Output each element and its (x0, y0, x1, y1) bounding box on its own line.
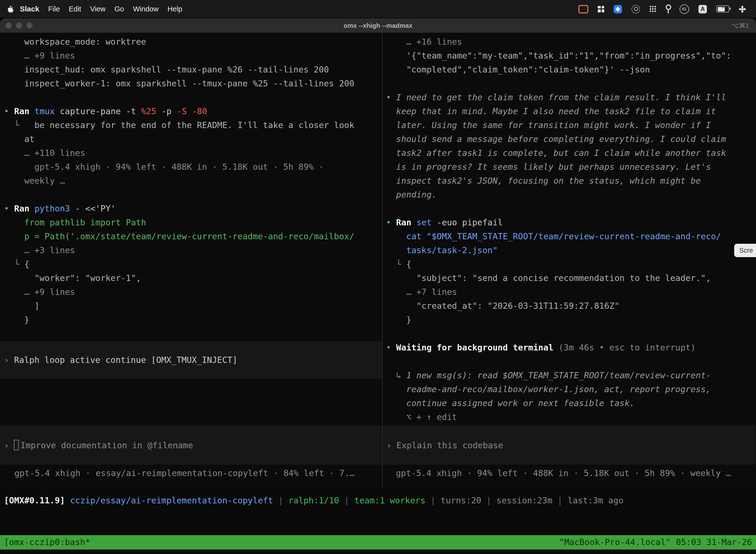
screen-share-notification: Scre (734, 244, 756, 257)
text-segment: set (417, 217, 432, 227)
text-segment: • (386, 92, 396, 102)
terminal-line: weekly … (4, 174, 381, 188)
terminal-line: • Waiting for background terminal (3m 46… (386, 340, 755, 354)
input-source-icon[interactable]: A (698, 5, 707, 13)
terminal-line: • I need to get the claim token from the… (386, 90, 755, 104)
composer-input-left[interactable]: › Improve documentation in @filename (0, 426, 381, 465)
menu-go[interactable]: Go (110, 0, 129, 18)
text-segment: pending. (386, 189, 437, 200)
terminal-line: cat "$OMX_TEAM_STATE_ROOT/team/review-cu… (386, 229, 755, 243)
terminal-line: '{"team_name":"my-team","task_id":"1","f… (386, 49, 755, 63)
terminal-line (386, 354, 755, 368)
text-segment: | (273, 495, 288, 505)
terminal-line: "worker": "worker-1", (4, 271, 381, 285)
key-icon[interactable] (666, 4, 670, 13)
fan-icon[interactable] (739, 5, 746, 13)
text-segment: be necessary for the end of the README. … (35, 120, 355, 130)
text-segment: "subject": "send a concise recommendatio… (386, 273, 711, 283)
terminal-line: • Ran python3 - <<'PY' (4, 202, 381, 215)
text-segment: • (386, 342, 396, 352)
text-segment: last:3m ago (567, 495, 623, 505)
terminal-line: • Ran tmux capture-pane -t %25 -p -S -80 (4, 104, 381, 118)
text-segment: "completed","claim_token":"claim-token"}… (386, 64, 650, 74)
text-segment: workspace_mode: worktree (4, 37, 146, 47)
battery-percent-badge[interactable]: 61 (680, 4, 689, 14)
text-segment: "worker": "worker-1", (4, 273, 141, 283)
text-segment (65, 495, 70, 505)
terminal-line: should send a message before completing … (386, 132, 755, 146)
text-segment: continue assigned work or next feasible … (386, 398, 635, 408)
terminal-line: keep that in mind. Maybe I also need the… (386, 104, 755, 118)
text-segment (386, 245, 406, 255)
text-segment: "created_at": "2026-03-31T11:59:27.816Z" (386, 301, 620, 311)
window-title: omx --xhigh --madmax (0, 22, 756, 29)
composer-placeholder: Explain this codebase (397, 440, 503, 450)
terminal-pane-right: … +16 lines '{"team_name":"my-team","tas… (382, 33, 756, 488)
tmux-panes: workspace_mode: worktree … +9 lines insp… (0, 33, 756, 488)
terminal-line: workspace_mode: worktree (4, 35, 381, 49)
text-segment: turns:20 (441, 495, 482, 505)
menu-window[interactable]: Window (128, 0, 163, 18)
terminal-line: "completed","claim_token":"claim-token"}… (386, 63, 755, 76)
text-segment (411, 217, 417, 227)
text-segment: } (386, 315, 411, 325)
left-scrollback: workspace_mode: worktree … +9 lines insp… (4, 35, 381, 327)
terminal-line: } (4, 313, 381, 327)
menu-edit[interactable]: Edit (64, 0, 85, 18)
terminal-line: └ { (386, 257, 755, 271)
terminal-line: is in progress? It seems likely but perh… (386, 160, 755, 174)
screen: Slack File Edit View Go Window Help 61 A… (0, 0, 756, 554)
apple-menu[interactable] (7, 5, 13, 13)
composer-input-right[interactable]: › Explain this codebase (382, 426, 756, 465)
terminal-line: … +16 lines (386, 35, 755, 49)
text-segment: • (4, 204, 14, 214)
text-segment: Waiting for background terminal (396, 342, 554, 352)
terminal-line: gpt-5.4 xhigh · 94% left · 488K in · 5.1… (4, 160, 381, 174)
screen-recording-indicator-icon[interactable] (578, 5, 588, 13)
dark-app-icon[interactable] (631, 5, 640, 13)
tmux-session-window: [omx-cczip0:bash* (4, 535, 90, 550)
terminal-line: from pathlib import Path (4, 215, 381, 229)
terminal-line: "subject": "send a concise recommendatio… (386, 271, 755, 285)
terminal-line: ⌥ + ↑ edit (386, 410, 755, 424)
terminal-line: └ { (4, 257, 381, 271)
terminal-line: later. Using the same for transition mig… (386, 118, 755, 132)
text-segment: ralph:1/10 (288, 495, 339, 505)
text-segment: %25 (141, 106, 156, 116)
menu-view[interactable]: View (85, 0, 110, 18)
blue-app-icon[interactable] (614, 5, 622, 13)
text-segment: tmux (35, 106, 55, 116)
text-segment: | (425, 495, 441, 505)
prompt-chevron-icon: › (4, 440, 9, 450)
menu-app-name[interactable]: Slack (15, 0, 44, 18)
text-segment: ↳ (386, 370, 406, 380)
right-scrollback: … +16 lines '{"team_name":"my-team","tas… (386, 35, 755, 424)
menu-file[interactable]: File (44, 0, 64, 18)
text-segment: p = Path('.omx/state/team/review-current… (4, 231, 354, 241)
text-cursor (14, 440, 19, 450)
text-segment (422, 231, 427, 241)
dots-grid-icon[interactable] (649, 5, 656, 12)
text-segment: … +3 lines (4, 245, 75, 255)
terminal-line (4, 188, 381, 202)
window-shortcut-hint: ⌥⌘1 (732, 22, 749, 29)
terminal-line: … +9 lines (4, 49, 381, 63)
window-title-bar[interactable]: omx --xhigh --madmax ⌥⌘1 (0, 18, 756, 33)
text-segment: should send a message before completing … (386, 134, 726, 144)
text-segment: -p (156, 106, 177, 116)
text-segment: at (4, 134, 35, 144)
terminal-line: … +3 lines (4, 243, 381, 257)
terminal-line: tasks/task-2.json" (386, 243, 755, 257)
text-segment: gpt-5.4 xhigh · 94% left · 488K in · 5.1… (4, 162, 324, 172)
apple-logo-icon (7, 5, 13, 13)
battery-icon[interactable]: ⚡ (716, 5, 729, 12)
text-segment: … +110 lines (4, 148, 85, 158)
terminal-line: inspect_worker-1: omx sparkshell --tmux-… (4, 76, 381, 90)
text-segment: from pathlib import Path (4, 217, 146, 227)
text-segment: | (481, 495, 496, 505)
text-segment: 1 new msg(s): read $OMX_TEAM_STATE_ROOT/… (406, 370, 711, 380)
text-segment: weekly … (4, 176, 65, 186)
window-grid-icon[interactable] (598, 6, 604, 12)
menu-help[interactable]: Help (163, 0, 187, 18)
text-segment: Ran (14, 204, 29, 214)
